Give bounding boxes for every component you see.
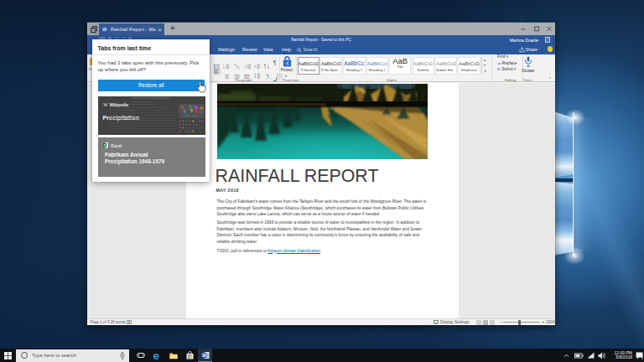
svg-text:5: 5	[641, 355, 643, 359]
svg-text:W: W	[102, 27, 107, 32]
